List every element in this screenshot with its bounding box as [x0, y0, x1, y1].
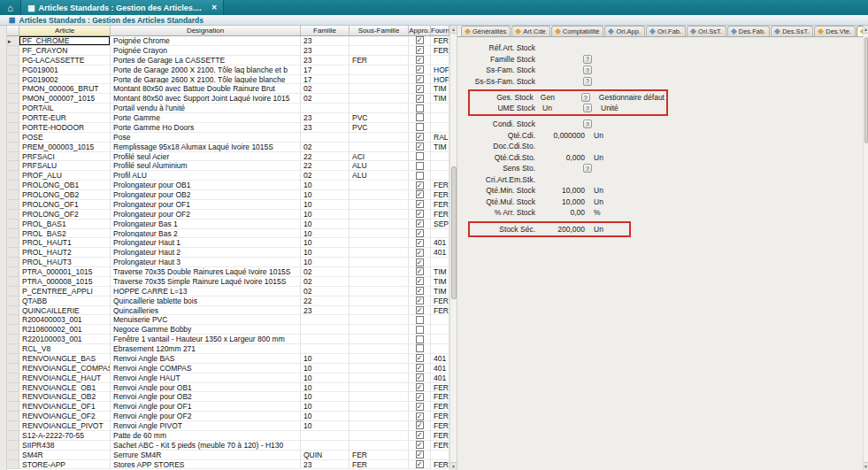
table-row[interactable]: PROLONG_OB1Prolongateur pour OB110✓FER: [7, 181, 449, 190]
cell-sous-famille[interactable]: [350, 143, 409, 152]
row-selector[interactable]: [7, 325, 19, 335]
cell-famille[interactable]: 10: [301, 238, 350, 248]
cell-appro[interactable]: ✓: [409, 431, 431, 441]
cell-sous-famille[interactable]: [350, 46, 409, 56]
cell-fournisseur[interactable]: TIM: [431, 277, 449, 287]
cell-sous-famille[interactable]: [350, 392, 409, 402]
cell-article[interactable]: PTRA_000008_1015: [19, 277, 111, 287]
appro-checkbox[interactable]: ✓: [416, 85, 424, 93]
cell-article[interactable]: PRFSALU: [19, 161, 111, 171]
column-header-appro[interactable]: Appro.: [409, 26, 431, 36]
appro-checkbox[interactable]: ✓: [416, 239, 424, 247]
row-selector[interactable]: [7, 56, 19, 65]
row-selector[interactable]: [7, 383, 19, 393]
detail-tab-ori-app[interactable]: Ori.App.: [604, 26, 645, 36]
cell-article[interactable]: RENVOIANGLE_PIVOT: [19, 421, 111, 431]
appro-checkbox[interactable]: [416, 344, 424, 352]
appro-checkbox[interactable]: ✓: [416, 287, 424, 295]
row-selector[interactable]: [7, 248, 19, 258]
table-row[interactable]: PMON_000007_1015Montant 80x50 avec Suppo…: [7, 94, 449, 104]
table-row[interactable]: RENVOIANGLE_OB2Renvoi Angle pour OB210✓F…: [7, 392, 449, 402]
appro-checkbox[interactable]: ✓: [416, 95, 424, 103]
cell-article[interactable]: PMON_000007_1015: [19, 94, 111, 104]
row-selector[interactable]: [7, 238, 19, 248]
cell-appro[interactable]: ✓: [409, 460, 431, 470]
cell-fournisseur[interactable]: FER: [431, 383, 449, 393]
cell-designation[interactable]: Renvoi Angle BAS: [111, 354, 301, 364]
cell-designation[interactable]: Poignée Crayon: [111, 46, 301, 56]
cell-appro[interactable]: [409, 123, 431, 133]
cell-designation[interactable]: Pose: [111, 133, 301, 143]
cell-famille[interactable]: 10: [301, 258, 350, 267]
cell-article[interactable]: PORTE-EUR: [19, 113, 111, 123]
cell-famille[interactable]: 17: [301, 75, 350, 85]
cell-fournisseur[interactable]: FER: [431, 431, 449, 441]
appro-checkbox[interactable]: ✓: [416, 200, 424, 208]
table-row[interactable]: RENVOIANGLE_COMPASRenvoi Angle COMPAS10✓…: [7, 364, 449, 374]
appro-checkbox[interactable]: ✓: [416, 258, 424, 266]
table-row[interactable]: PTRA_000008_1015Traverse 70x35 Simple Ra…: [7, 277, 449, 287]
cell-sous-famille[interactable]: [350, 441, 409, 451]
cell-appro[interactable]: ✓: [409, 46, 431, 56]
cell-appro[interactable]: [409, 104, 431, 113]
row-selector[interactable]: [7, 46, 19, 56]
cell-famille[interactable]: 02: [301, 84, 350, 94]
cell-designation[interactable]: Prolongateur Haut 2: [111, 248, 301, 258]
cell-famille[interactable]: 10: [301, 364, 350, 374]
cell-article[interactable]: PF_CHROME: [19, 36, 111, 46]
cell-fournisseur[interactable]: [431, 56, 449, 65]
cell-designation[interactable]: Prolongateur pour OF1: [111, 200, 301, 210]
cell-article[interactable]: PROL_HAUT3: [19, 258, 111, 267]
row-selector[interactable]: [7, 133, 19, 143]
detail-tab-stock[interactable]: Stock: [856, 26, 863, 37]
cell-fournisseur[interactable]: FER: [431, 412, 449, 421]
cell-article[interactable]: PROLONG_OF1: [19, 200, 111, 210]
lookup-button[interactable]: ?: [581, 93, 590, 102]
table-row[interactable]: QUINCAILLERIEQuincailleries23✓FER: [7, 306, 449, 316]
cell-appro[interactable]: ✓: [409, 75, 431, 85]
cell-designation[interactable]: Prolongateur pour OF2: [111, 210, 301, 220]
cell-designation[interactable]: Prolongateur pour OB1: [111, 181, 301, 190]
cell-fournisseur[interactable]: [431, 104, 449, 113]
cell-fournisseur[interactable]: 401: [431, 248, 449, 258]
row-selector[interactable]: [7, 229, 19, 239]
cell-fournisseur[interactable]: 401: [431, 354, 449, 364]
cell-sous-famille[interactable]: [350, 238, 409, 248]
close-tab-icon[interactable]: ✕: [211, 4, 218, 12]
cell-famille[interactable]: 10: [301, 181, 350, 190]
table-row[interactable]: PROF_ALUProfil ALU02ALU: [7, 171, 449, 181]
field-value-qt-mul-stock[interactable]: 10,000: [542, 197, 585, 206]
cell-famille[interactable]: 10: [301, 354, 350, 364]
cell-article[interactable]: RENVOIANGLE_OF2: [19, 412, 111, 421]
cell-sous-famille[interactable]: ALU: [350, 161, 409, 171]
cell-famille[interactable]: 10: [301, 402, 350, 412]
cell-designation[interactable]: Fenêtre 1 vantail - Hauteur 1350 x Large…: [111, 335, 301, 344]
appro-checkbox[interactable]: [416, 152, 424, 160]
cell-article[interactable]: PROLONG_OB1: [19, 181, 111, 190]
cell-sous-famille[interactable]: [350, 181, 409, 190]
cell-article[interactable]: P_CENTREE_APPLI: [19, 287, 111, 297]
cell-designation[interactable]: Montant 80x50 avec Support Joint Laqué I…: [111, 94, 301, 104]
cell-article[interactable]: RENVOIANGLE_OB1: [19, 383, 111, 393]
cell-article[interactable]: SM4R: [19, 451, 111, 460]
scrollbar-thumb[interactable]: [864, 37, 868, 143]
cell-appro[interactable]: ✓: [409, 190, 431, 200]
table-row[interactable]: PMON_000006_BRUTMontant 80x50 avec Battu…: [7, 84, 449, 94]
appro-checkbox[interactable]: ✓: [416, 431, 424, 439]
cell-fournisseur[interactable]: HOF: [431, 75, 449, 85]
cell-appro[interactable]: ✓: [409, 248, 431, 258]
table-row[interactable]: PROL_BAS1Prolongateur Bas 110✓SEP: [7, 220, 449, 229]
row-selector[interactable]: [7, 152, 19, 162]
cell-appro[interactable]: [409, 161, 431, 171]
column-header-designation[interactable]: Désignation: [111, 26, 301, 36]
cell-famille[interactable]: 10: [301, 383, 350, 393]
cell-sous-famille[interactable]: ACI: [350, 152, 409, 162]
cell-appro[interactable]: ✓: [409, 383, 431, 393]
cell-fournisseur[interactable]: [431, 161, 449, 171]
cell-fournisseur[interactable]: [431, 258, 449, 267]
table-row[interactable]: PORTE-HODOORPorte Gamme Ho Doors23PVC: [7, 123, 449, 133]
cell-famille[interactable]: 10: [301, 392, 350, 402]
row-selector[interactable]: ▸: [7, 36, 19, 46]
cell-fournisseur[interactable]: RAL: [431, 133, 449, 143]
cell-appro[interactable]: ✓: [409, 181, 431, 190]
